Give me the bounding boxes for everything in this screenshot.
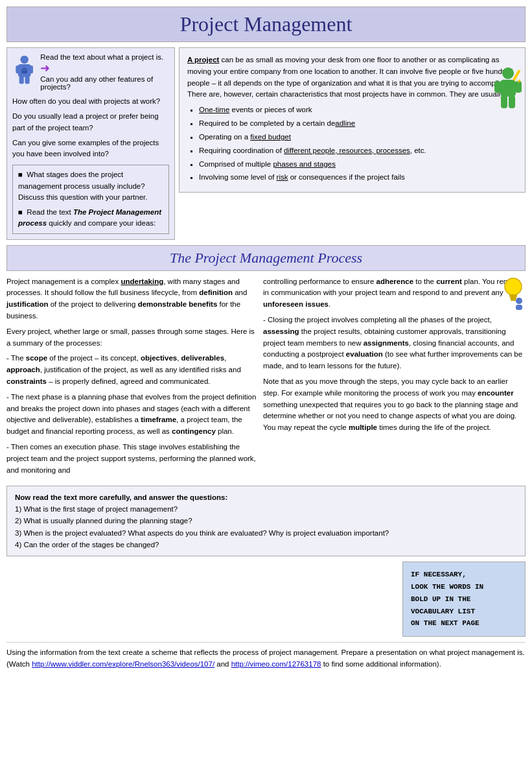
- svg-point-0: [20, 56, 28, 64]
- middle-left: Project management is a complex undertak…: [6, 276, 259, 480]
- ml-para4: - The next phase is a planning phase tha…: [6, 392, 257, 438]
- svg-rect-9: [500, 80, 516, 97]
- q2: 2) What is usually planned during the pl…: [15, 515, 517, 527]
- svg-rect-12: [501, 95, 507, 108]
- vocab-line2: LOOK THE WORDS IN: [411, 581, 517, 593]
- left-intro: Read the text about what a project is. ➜…: [40, 53, 169, 91]
- lightbulb-icon: [501, 276, 526, 310]
- question3: Can you give some examples of the projec…: [12, 137, 169, 160]
- bullet-4: Requiring coordination of different peop…: [199, 145, 517, 157]
- green-person-icon: [492, 67, 524, 112]
- svg-rect-11: [515, 81, 522, 93]
- bullet-3: Operating on a fixed budget: [199, 132, 517, 143]
- questions-title: Now read the text more carefully, and an…: [15, 492, 517, 503]
- arrow-icon: ➜: [40, 61, 50, 75]
- mr-para2: - Closing the project involves completin…: [263, 314, 526, 372]
- final-text2: and: [216, 660, 231, 668]
- svg-rect-18: [510, 297, 516, 299]
- vocab-line1: IF NECESSARY,: [411, 569, 517, 581]
- svg-rect-5: [25, 76, 30, 84]
- left-panel-top: Read the text about what a project is. ➜…: [12, 53, 169, 91]
- page-title: Project Management: [6, 6, 526, 42]
- final-text: Using the information from the text crea…: [6, 646, 526, 670]
- left-panel: Read the text about what a project is. ➜…: [6, 47, 175, 240]
- middle-right-wrapper: controlling performance to ensure adhere…: [263, 276, 526, 480]
- middle-right: controlling performance to ensure adhere…: [263, 276, 526, 434]
- q4: 4) Can the order of the stages be change…: [15, 539, 517, 551]
- right-panel: A project can be as small as moving your…: [179, 47, 526, 193]
- svg-point-8: [502, 67, 514, 79]
- question1: How often do you deal with projects at w…: [12, 96, 169, 107]
- svg-rect-7: [23, 67, 26, 70]
- svg-rect-17: [509, 294, 517, 297]
- link2[interactable]: http://vimeo.com/12763178: [231, 660, 321, 668]
- vocab-line4: VOCABULARY LIST: [411, 606, 517, 618]
- bullet-1: One-time events or pieces of work: [199, 104, 517, 116]
- bullet-6: Involving some level of risk or conseque…: [199, 172, 517, 184]
- link1[interactable]: http://www.viddler.com/explore/Rnelson36…: [32, 660, 214, 668]
- intro-text1: Read the text about what a project is.: [40, 53, 169, 61]
- person-icon: [12, 53, 36, 87]
- svg-point-20: [516, 298, 522, 304]
- final-section: Using the information from the text crea…: [6, 642, 526, 670]
- left-box: ■ What stages does the project managemen…: [12, 165, 169, 233]
- question2: Do you usually lead a project or prefer …: [12, 111, 169, 134]
- bullet-5: Comprised of multiple phases and stages: [199, 159, 517, 171]
- mr-para1: controlling performance to ensure adhere…: [263, 276, 526, 311]
- box-bullet2: ■ Read the text The Project Management p…: [18, 207, 163, 230]
- vocab-box: IF NECESSARY, LOOK THE WORDS IN BOLD UP …: [402, 562, 526, 636]
- process-title: The Project Management Process: [6, 245, 526, 271]
- ml-para2: Every project, whether large or small, p…: [6, 326, 257, 349]
- q3: 3) When is the project evaluated? What a…: [15, 527, 517, 539]
- bullet-list: One-time events or pieces of work Requir…: [199, 104, 517, 184]
- vocab-line3: BOLD UP IN THE: [411, 593, 517, 606]
- svg-rect-10: [494, 81, 501, 93]
- bullet-2: Required to be completed by a certain de…: [199, 118, 517, 130]
- svg-point-16: [505, 278, 522, 295]
- svg-rect-14: [513, 69, 520, 81]
- svg-rect-19: [511, 299, 516, 301]
- svg-rect-2: [16, 65, 20, 73]
- ml-para3: - The scope of the project – its concept…: [6, 353, 257, 387]
- svg-rect-4: [19, 76, 24, 84]
- bottom-left: [6, 562, 399, 636]
- q1: 1) What is the first stage of project ma…: [15, 503, 517, 515]
- project-label: A project: [187, 56, 219, 64]
- middle-section: Project management is a complex undertak…: [6, 276, 526, 480]
- intro-text2: Can you add any other features of projec…: [40, 75, 169, 91]
- vocab-line5: ON THE NEXT PAGE: [411, 617, 517, 630]
- final-text3: to find some additional information).: [323, 660, 441, 668]
- right-panel-wrapper: A project can be as small as moving your…: [179, 47, 526, 240]
- left-questions: How often do you deal with projects at w…: [12, 96, 169, 160]
- box-bullet1: ■ What stages does the project managemen…: [18, 169, 163, 203]
- ml-para5: - Then comes an execution phase. This st…: [6, 442, 257, 476]
- svg-rect-3: [29, 65, 33, 73]
- ml-para1: Project management is a complex undertak…: [6, 276, 257, 322]
- svg-rect-21: [516, 305, 522, 310]
- top-section: Read the text about what a project is. ➜…: [6, 47, 526, 240]
- questions-section: Now read the text more carefully, and an…: [6, 486, 526, 557]
- mr-para3: Note that as you move through the steps,…: [263, 376, 526, 434]
- right-panel-text: A project can be as small as moving your…: [187, 54, 517, 101]
- bottom-section: IF NECESSARY, LOOK THE WORDS IN BOLD UP …: [6, 562, 526, 636]
- svg-rect-13: [509, 95, 515, 108]
